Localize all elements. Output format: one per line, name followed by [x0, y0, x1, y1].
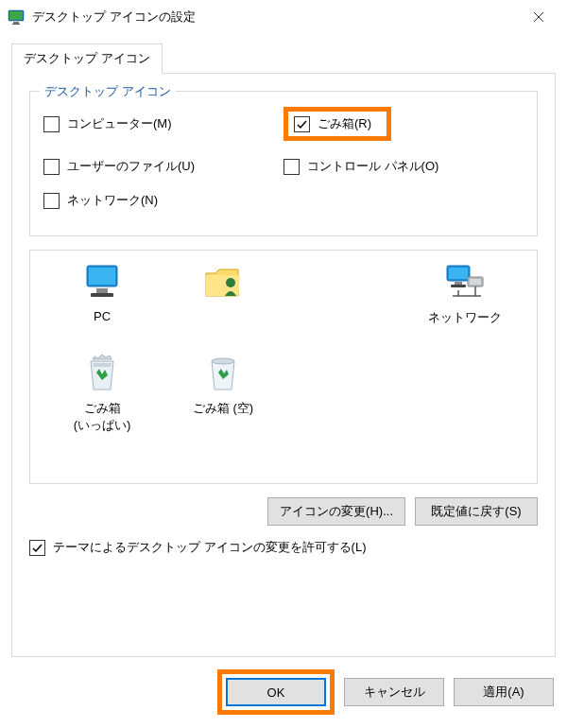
icon-item-network[interactable]: ネットワーク — [404, 262, 525, 326]
checkbox-computer[interactable]: コンピューター(M) — [43, 107, 284, 141]
restore-default-button[interactable]: 既定値に戻す(S) — [415, 497, 538, 526]
svg-rect-2 — [13, 22, 19, 24]
checkbox-recycle[interactable]: ごみ箱(R) — [294, 115, 371, 132]
change-icon-button[interactable]: アイコンの変更(H)... — [267, 497, 405, 526]
tab-desktop-icons[interactable]: デスクトップ アイコン — [11, 43, 163, 74]
icon-item-userfolder[interactable] — [163, 262, 284, 326]
checkbox-label: ネットワーク(N) — [67, 192, 158, 209]
checkbox-box — [29, 540, 45, 556]
svg-rect-7 — [89, 268, 115, 285]
svg-point-10 — [226, 278, 235, 287]
checkbox-box — [43, 193, 60, 209]
recycle-full-icon — [42, 353, 163, 394]
check-icon — [31, 542, 43, 554]
svg-rect-16 — [470, 279, 481, 285]
svg-point-20 — [212, 358, 234, 364]
tab-content: デスクトップ アイコン コンピューター(M) — [11, 73, 556, 657]
checkbox-label: ごみ箱(R) — [318, 115, 371, 132]
checkbox-network[interactable]: ネットワーク(N) — [43, 192, 284, 209]
icon-item-recycle-full[interactable]: ごみ箱 (いっぱい) — [42, 353, 163, 434]
checkbox-label: コンピューター(M) — [67, 115, 172, 132]
tab-area: デスクトップ アイコン デスクトップ アイコン コンピューター(M) — [11, 43, 556, 657]
checkbox-cpanel[interactable]: コントロール パネル(O) — [284, 158, 524, 175]
svg-rect-8 — [96, 288, 108, 293]
pc-icon — [42, 262, 163, 303]
desktop-settings-icon — [8, 9, 25, 26]
fieldset-legend: デスクトップ アイコン — [40, 83, 176, 100]
titlebar: デスクトップ アイコンの設定 — [0, 0, 567, 34]
icon-label: PC — [94, 309, 111, 323]
icon-label: ごみ箱 (いっぱい) — [74, 401, 131, 432]
recycle-empty-icon — [163, 353, 284, 394]
window-title: デスクトップ アイコンの設定 — [32, 9, 518, 26]
svg-rect-13 — [455, 282, 462, 285]
highlight-recycle: ごみ箱(R) — [284, 107, 391, 141]
cancel-button[interactable]: キャンセル — [344, 678, 444, 706]
svg-rect-1 — [9, 11, 23, 20]
checkbox-box — [43, 159, 60, 175]
checkbox-box — [284, 159, 300, 175]
icon-label: ネットワーク — [428, 310, 502, 324]
checkbox-allow-theme[interactable]: テーマによるデスクトップ アイコンの変更を許可する(L) — [29, 539, 538, 556]
ok-button[interactable]: OK — [226, 678, 326, 706]
checkbox-box — [43, 116, 60, 132]
icon-action-buttons: アイコンの変更(H)... 既定値に戻す(S) — [29, 497, 538, 526]
svg-rect-3 — [12, 24, 20, 25]
svg-rect-14 — [451, 285, 466, 287]
checkbox-recycle-wrapper: ごみ箱(R) — [284, 107, 391, 141]
icon-label — [221, 309, 225, 323]
close-icon — [533, 11, 544, 23]
checkbox-userfiles[interactable]: ユーザーのファイル(U) — [43, 158, 284, 175]
svg-rect-12 — [449, 268, 468, 279]
icon-item-pc[interactable]: PC — [42, 262, 163, 326]
network-icon — [404, 262, 525, 303]
svg-rect-9 — [91, 293, 113, 297]
check-icon — [296, 118, 308, 130]
checkbox-label: テーマによるデスクトップ アイコンの変更を許可する(L) — [53, 539, 367, 556]
icon-preview-box: PC — [29, 250, 538, 484]
icon-item-recycle-empty[interactable]: ごみ箱 (空) — [163, 353, 284, 434]
user-folder-icon — [163, 262, 284, 303]
highlight-ok: OK — [217, 669, 335, 715]
checkbox-box — [294, 116, 310, 132]
desktop-icons-fieldset: デスクトップ アイコン コンピューター(M) — [29, 91, 538, 236]
apply-button[interactable]: 適用(A) — [454, 678, 554, 706]
close-button[interactable] — [518, 0, 559, 34]
icon-label: ごみ箱 (空) — [193, 401, 253, 415]
checkbox-label: コントロール パネル(O) — [307, 158, 438, 175]
checkbox-label: ユーザーのファイル(U) — [67, 158, 195, 175]
footer-buttons: OK キャンセル 適用(A) — [217, 669, 554, 715]
